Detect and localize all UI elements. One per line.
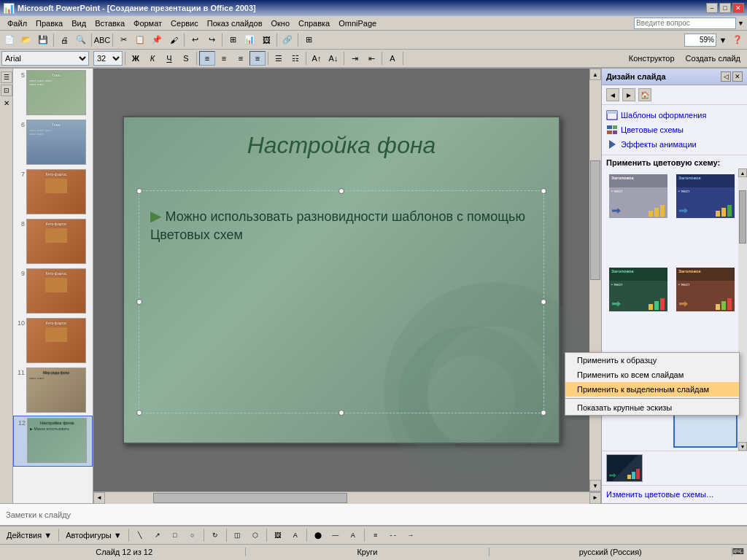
fill-color-btn[interactable]: ⬤ bbox=[310, 527, 326, 543]
handle-top-mid[interactable] bbox=[338, 188, 344, 194]
cut-button[interactable]: ✂ bbox=[115, 32, 131, 48]
handle-top-left[interactable] bbox=[136, 188, 142, 194]
menu-help[interactable]: Справка bbox=[294, 18, 334, 29]
designer-button[interactable]: Конструктор bbox=[624, 51, 680, 66]
print-button[interactable]: 🖨 bbox=[56, 32, 72, 48]
menu-slideshow[interactable]: Показ слайдов bbox=[203, 18, 267, 29]
thumbnail-5[interactable]: 5 Тема текст текст тексттекст текст bbox=[13, 69, 93, 118]
thumbnail-11[interactable]: 11 Мир рода фона текст текст bbox=[13, 366, 93, 416]
menu-omnipage[interactable]: OmniPage bbox=[334, 18, 381, 29]
vertical-scrollbar[interactable]: ▲ ▼ bbox=[589, 69, 601, 491]
autoshapes-button[interactable]: Автофигуры ▼ bbox=[62, 528, 125, 542]
nav-home-button[interactable]: 🏠 bbox=[638, 88, 651, 101]
line-style-btn[interactable]: ≡ bbox=[368, 527, 384, 543]
decrease-font[interactable]: A↓ bbox=[325, 51, 341, 66]
ctx-large-thumbnails[interactable]: Показать крупные эскизы bbox=[565, 400, 739, 415]
help-button[interactable]: ❓ bbox=[729, 32, 746, 48]
expand-button[interactable]: ⊞ bbox=[301, 32, 317, 48]
search-dropdown-icon[interactable]: ▼ bbox=[738, 20, 744, 27]
panel-close-button[interactable]: ✕ bbox=[732, 71, 743, 82]
scroll-track[interactable] bbox=[589, 80, 601, 480]
nav-forward-button[interactable]: ► bbox=[622, 88, 635, 101]
minimize-button[interactable]: – bbox=[706, 3, 718, 13]
search-input[interactable] bbox=[634, 18, 736, 29]
insert-table[interactable]: ⊞ bbox=[225, 32, 241, 48]
insert-clip-art[interactable]: 🖼 bbox=[270, 527, 286, 543]
arrow-style-btn[interactable]: → bbox=[403, 527, 419, 543]
menu-format[interactable]: Формат bbox=[129, 18, 166, 29]
font-color-button[interactable]: A bbox=[384, 51, 400, 66]
align-center-button[interactable]: ≡ bbox=[216, 51, 232, 66]
scroll-down-button[interactable]: ▼ bbox=[589, 480, 601, 491]
font-size-selector[interactable]: 32 bbox=[93, 51, 123, 66]
insert-wordart[interactable]: A bbox=[287, 527, 303, 543]
open-button[interactable]: 📂 bbox=[18, 32, 34, 48]
scroll-thumb[interactable] bbox=[590, 160, 600, 280]
handle-bot-mid[interactable] bbox=[338, 410, 344, 416]
hyperlink-button[interactable]: 🔗 bbox=[279, 32, 295, 48]
horizontal-scrollbar[interactable]: ◄ ► bbox=[93, 491, 601, 503]
link-animation-effects[interactable]: Эффекты анимации bbox=[606, 137, 743, 152]
create-slide-button[interactable]: Создать слайд bbox=[681, 51, 746, 66]
slide-area[interactable]: Настройка фона ▶ Можно использов bbox=[93, 69, 589, 491]
maximize-button[interactable]: □ bbox=[719, 3, 731, 13]
panel-header-buttons[interactable]: ◁ ✕ bbox=[721, 71, 743, 82]
scroll-left-button[interactable]: ◄ bbox=[93, 492, 105, 504]
actions-button[interactable]: Действия ▼ bbox=[3, 528, 55, 542]
line-tool[interactable]: ╲ bbox=[132, 527, 148, 543]
close-button[interactable]: ✕ bbox=[732, 3, 744, 13]
link-templates[interactable]: Шаблоны оформления bbox=[606, 108, 743, 122]
zoom-input[interactable] bbox=[684, 34, 716, 47]
scroll-right-button[interactable]: ► bbox=[589, 492, 601, 504]
nav-back-button[interactable]: ◄ bbox=[606, 88, 619, 101]
save-button[interactable]: 💾 bbox=[35, 32, 51, 48]
thumbnail-9[interactable]: 9 Кнто-фаргос bbox=[13, 267, 93, 316]
undo-button[interactable]: ↩ bbox=[187, 32, 203, 48]
title-bar-buttons[interactable]: – □ ✕ bbox=[706, 3, 744, 13]
menu-file[interactable]: Файл bbox=[3, 18, 31, 29]
search-area[interactable]: ▼ bbox=[634, 18, 744, 29]
menu-edit[interactable]: Правка bbox=[31, 18, 67, 29]
dash-style-btn[interactable]: - - bbox=[385, 527, 401, 543]
h-scroll-track[interactable] bbox=[105, 492, 589, 504]
slide-content-text[interactable]: ▶ Можно использовать разновидности шабло… bbox=[150, 206, 533, 244]
indent-more[interactable]: ⇥ bbox=[347, 51, 363, 66]
arrow-tool[interactable]: ↗ bbox=[150, 527, 166, 543]
thumbnail-12[interactable]: 12 Настройка фона ▶ Можно использовать bbox=[13, 416, 93, 467]
insert-chart[interactable]: 📊 bbox=[241, 32, 258, 48]
thumbnail-10[interactable]: 10 Кнто-фаргос bbox=[13, 316, 93, 366]
bold-button[interactable]: Ж bbox=[128, 51, 144, 66]
ellipse-tool[interactable]: ○ bbox=[185, 527, 201, 543]
slide-content-box[interactable]: ▶ Можно использовать разновидности шабло… bbox=[139, 190, 544, 413]
thumbnail-8[interactable]: 8 Кнто-фаргос bbox=[13, 217, 93, 267]
ctx-apply-selected[interactable]: Применить к выделенным слайдам bbox=[565, 382, 739, 397]
underline-button[interactable]: Ч bbox=[161, 51, 177, 66]
handle-mid-left[interactable] bbox=[136, 299, 142, 305]
scheme-item-2[interactable]: Заголовок • текст bbox=[673, 171, 738, 262]
align-left-button[interactable]: ≡ bbox=[199, 51, 215, 66]
change-schemes-link[interactable]: Изменить цветовые схемы… bbox=[606, 489, 743, 500]
thumbnail-7[interactable]: 7 Кнто-фаргос bbox=[13, 168, 93, 217]
ctx-apply-master[interactable]: Применить к образцу bbox=[565, 353, 739, 368]
menu-tools[interactable]: Сервис bbox=[166, 18, 203, 29]
panel-scroll-down[interactable]: ▼ bbox=[738, 442, 747, 451]
panel-tab-2[interactable]: ⊡ bbox=[1, 85, 12, 96]
spell-button[interactable]: ABC bbox=[94, 32, 110, 48]
handle-bot-left[interactable] bbox=[136, 410, 142, 416]
preview-button[interactable]: 🔍 bbox=[73, 32, 89, 48]
handle-bot-right[interactable] bbox=[541, 410, 546, 416]
panel-tab-1[interactable]: ☰ bbox=[1, 71, 12, 83]
scheme-item-3[interactable]: Заголовок • текст bbox=[606, 265, 670, 355]
menu-view[interactable]: Вид bbox=[67, 18, 90, 29]
menu-insert[interactable]: Вставка bbox=[90, 18, 129, 29]
scroll-up-button[interactable]: ▲ bbox=[589, 69, 601, 80]
justify-button[interactable]: ≡ bbox=[249, 51, 266, 66]
ctx-apply-all[interactable]: Применить ко всем слайдам bbox=[565, 368, 739, 382]
font-color-btn2[interactable]: A bbox=[345, 527, 361, 543]
increase-font[interactable]: A↑ bbox=[309, 51, 325, 66]
scheme-item-4[interactable]: Заголовок • текст bbox=[673, 265, 738, 355]
h-scroll-thumb[interactable] bbox=[153, 493, 347, 503]
italic-button[interactable]: К bbox=[144, 51, 160, 66]
paste-button[interactable]: 📌 bbox=[149, 32, 165, 48]
panel-scroll-thumb[interactable] bbox=[739, 190, 746, 244]
